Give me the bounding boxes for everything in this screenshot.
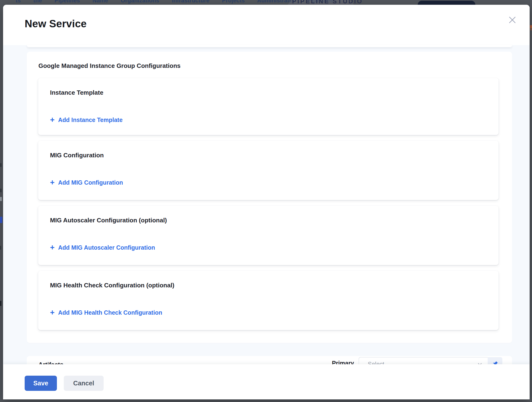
add-mig-configuration-button[interactable]: + Add MIG Configuration: [50, 179, 123, 186]
mig-configuration-card: MIG Configuration + Add MIG Configuratio…: [38, 141, 499, 200]
card-title: MIG Health Check Configuration (optional…: [50, 282, 487, 289]
background-nav-fragments: ts the Pipelines Name Organizations Infr…: [16, 0, 333, 4]
add-mig-autoscaler-button[interactable]: + Add MIG Autoscaler Configuration: [50, 244, 155, 251]
add-link-label: Add MIG Configuration: [58, 179, 123, 186]
dialog-scroll-body[interactable]: Google Managed Instance Group Configurat…: [3, 45, 530, 364]
add-link-label: Add Instance Template: [58, 117, 123, 123]
background-link-fragment: [530, 25, 532, 28]
add-link-label: Add MIG Autoscaler Configuration: [58, 244, 155, 251]
add-link-label: Add MIG Health Check Configuration: [58, 309, 162, 316]
background-fragment: [0, 189, 2, 192]
mig-health-check-card: MIG Health Check Configuration (optional…: [38, 271, 499, 330]
mig-autoscaler-card: MIG Autoscaler Configuration (optional) …: [38, 206, 499, 265]
cancel-button[interactable]: Cancel: [64, 376, 104, 391]
dialog-footer: Save Cancel: [3, 364, 530, 399]
card-title: MIG Autoscaler Configuration (optional): [50, 217, 487, 224]
background-fragment: [0, 217, 2, 223]
background-fragment: [0, 163, 2, 167]
add-instance-template-button[interactable]: + Add Instance Template: [50, 117, 123, 123]
mig-configurations-section: Google Managed Instance Group Configurat…: [27, 52, 512, 343]
background-fragment: [0, 197, 2, 201]
previous-section-edge: [27, 45, 512, 47]
background-fragment: [0, 246, 1, 250]
section-heading: Google Managed Instance Group Configurat…: [38, 62, 499, 70]
instance-template-card: Instance Template + Add Instance Templat…: [38, 78, 499, 135]
background-link-fragment: [530, 29, 532, 30]
new-service-dialog: New Service Google Managed Instance Grou…: [3, 5, 530, 399]
close-button[interactable]: [507, 15, 517, 25]
pipeline-studio-label: PIPELINE STUDIO: [292, 0, 363, 5]
plus-icon: +: [50, 310, 55, 315]
dialog-title: New Service: [25, 18, 87, 30]
plus-icon: +: [50, 117, 55, 123]
dialog-header: New Service: [3, 5, 530, 45]
save-button[interactable]: Save: [25, 376, 57, 391]
card-title: Instance Template: [50, 89, 487, 96]
background-fragment: [0, 301, 1, 306]
plus-icon: +: [50, 245, 55, 250]
close-icon: [508, 16, 516, 24]
plus-icon: +: [50, 180, 55, 185]
card-title: MIG Configuration: [50, 152, 487, 159]
add-mig-health-check-button[interactable]: + Add MIG Health Check Configuration: [50, 309, 162, 316]
